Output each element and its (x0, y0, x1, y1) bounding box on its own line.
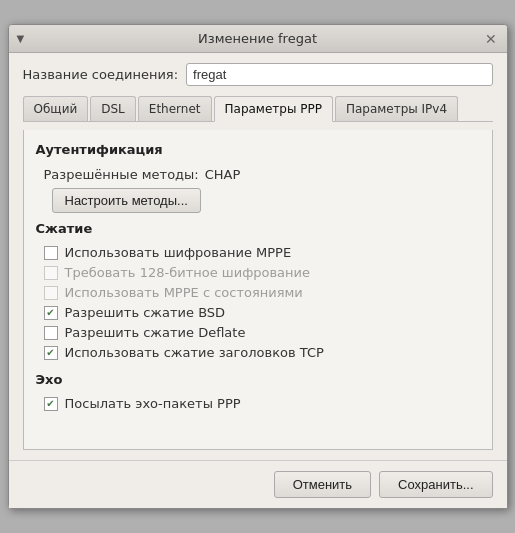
checkbox-label-mppe-stateful: Использовать MPPE с состояниями (65, 285, 303, 300)
checkbox-label-mppe: Использовать шифрование MPPE (65, 245, 292, 260)
connection-name-row: Название соединения: (23, 63, 493, 86)
main-window: ▼ Изменение fregat ✕ Название соединения… (8, 24, 508, 509)
auth-methods-label: Разрешённые методы: (44, 167, 199, 182)
tab-ppp-params[interactable]: Параметры PPP (214, 96, 333, 122)
checkbox-label-ppp-echo: Посылать эхо-пакеты PPP (65, 396, 241, 411)
close-button[interactable]: ✕ (483, 31, 499, 47)
connection-name-label: Название соединения: (23, 67, 179, 82)
echo-section: Эхо ✔ Посылать эхо-пакеты PPP (36, 372, 480, 411)
compression-title: Сжатие (36, 221, 480, 236)
cancel-button[interactable]: Отменить (274, 471, 371, 498)
checkbox-row-mppe-stateful: Использовать MPPE с состояниями (36, 285, 480, 300)
configure-methods-container: Настроить методы... (36, 188, 480, 213)
tab-general[interactable]: Общий (23, 96, 89, 121)
configure-methods-button[interactable]: Настроить методы... (52, 188, 201, 213)
tab-ipv4-params[interactable]: Параметры IPv4 (335, 96, 458, 121)
checkbox-row-ppp-echo: ✔ Посылать эхо-пакеты PPP (36, 396, 480, 411)
connection-name-input[interactable] (186, 63, 492, 86)
checkbox-label-bsd: Разрешить сжатие BSD (65, 305, 226, 320)
checkbox-row-tcp: ✔ Использовать сжатие заголовков TCP (36, 345, 480, 360)
window-title: Изменение fregat (37, 31, 479, 46)
auth-methods-value: CHAP (205, 167, 241, 182)
checkbox-bsd[interactable]: ✔ (44, 306, 58, 320)
tab-ppp-content: Аутентификация Разрешённые методы: CHAP … (23, 130, 493, 450)
checkbox-label-mppe128: Требовать 128-битное шифрование (65, 265, 311, 280)
titlebar: ▼ Изменение fregat ✕ (9, 25, 507, 53)
auth-section: Аутентификация Разрешённые методы: CHAP … (36, 142, 480, 213)
checkbox-label-tcp: Использовать сжатие заголовков TCP (65, 345, 324, 360)
checkbox-row-mppe: Использовать шифрование MPPE (36, 245, 480, 260)
auth-title: Аутентификация (36, 142, 480, 157)
checkbox-row-bsd: ✔ Разрешить сжатие BSD (36, 305, 480, 320)
titlebar-right: ✕ (479, 31, 499, 47)
tabs-bar: Общий DSL Ethernet Параметры PPP Парамет… (23, 96, 493, 122)
tab-dsl[interactable]: DSL (90, 96, 136, 121)
auth-methods-row: Разрешённые методы: CHAP (36, 167, 480, 182)
compression-section: Сжатие Использовать шифрование MPPE Треб… (36, 221, 480, 360)
checkbox-row-mppe128: Требовать 128-битное шифрование (36, 265, 480, 280)
window-menu-icon[interactable]: ▼ (17, 33, 25, 44)
checkbox-deflate[interactable] (44, 326, 58, 340)
checkbox-row-deflate: Разрешить сжатие Deflate (36, 325, 480, 340)
footer: Отменить Сохранить... (9, 460, 507, 508)
save-button[interactable]: Сохранить... (379, 471, 492, 498)
checkbox-mppe[interactable] (44, 246, 58, 260)
checkbox-tcp[interactable]: ✔ (44, 346, 58, 360)
titlebar-left: ▼ (17, 33, 37, 44)
tab-ethernet[interactable]: Ethernet (138, 96, 212, 121)
checkbox-mppe128[interactable] (44, 266, 58, 280)
checkbox-ppp-echo[interactable]: ✔ (44, 397, 58, 411)
echo-title: Эхо (36, 372, 480, 387)
checkbox-label-deflate: Разрешить сжатие Deflate (65, 325, 246, 340)
window-content: Название соединения: Общий DSL Ethernet … (9, 53, 507, 460)
checkbox-mppe-stateful[interactable] (44, 286, 58, 300)
